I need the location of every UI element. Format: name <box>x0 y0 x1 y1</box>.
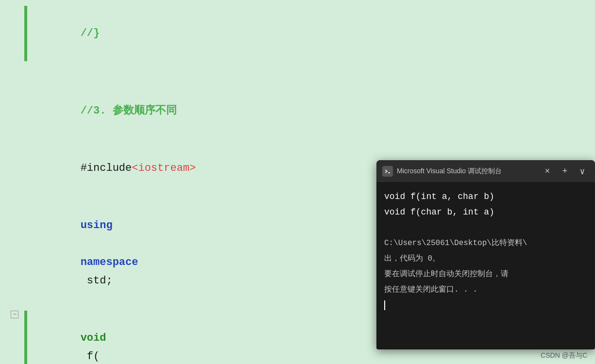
fold-btn-6[interactable]: − <box>11 311 18 318</box>
terminal-output-7: 按任意键关闭此窗口. . . <box>384 282 587 298</box>
preprocessor-hash: #include <box>81 162 132 174</box>
terminal-output-5: 出，代码为 0。 <box>384 251 587 266</box>
terminal-output-3 <box>384 220 587 235</box>
terminal-cursor-line <box>384 298 587 313</box>
terminal-icon <box>382 166 393 177</box>
attribution-text: CSDN @吾与C <box>541 351 587 360</box>
terminal-title: Microsoft Visual Studio 调试控制台 <box>397 167 537 176</box>
comment-brace: //} <box>81 27 100 39</box>
green-bar-6 <box>24 311 27 364</box>
code-line-2 <box>0 62 595 83</box>
terminal-add-button[interactable]: + <box>558 165 572 178</box>
terminal-output-6: 要在调试停止时自动关闭控制台，请 <box>384 266 587 282</box>
kw-namespace: namespace <box>81 256 138 268</box>
terminal-body: void f(int a, char b) void f(char b, int… <box>376 182 595 320</box>
gutter-6: − <box>0 311 24 318</box>
include-lib: <iostream> <box>132 162 196 174</box>
green-bar-1 <box>24 6 27 61</box>
kw-void-1: void <box>81 332 106 344</box>
line-content-3: //3. 参数顺序不同 <box>29 83 595 139</box>
terminal-titlebar: Microsoft Visual Studio 调试控制台 × + ∨ <box>376 160 595 182</box>
line-content-2 <box>29 63 595 82</box>
terminal-output-1: void f(int a, char b) <box>384 189 587 204</box>
comment-3: //3. 参数顺序不同 <box>81 105 177 117</box>
terminal-more-button[interactable]: ∨ <box>576 165 589 178</box>
terminal-output-4: C:\Users\25061\Desktop\比特资料\ <box>384 235 587 251</box>
line-content-1: //} <box>29 6 595 61</box>
space-1 <box>81 238 87 250</box>
code-line-1: //} <box>0 5 595 62</box>
kw-using: using <box>81 219 113 232</box>
std-name: std; <box>81 275 113 287</box>
terminal-cursor <box>384 300 385 310</box>
code-line-3: //3. 参数顺序不同 <box>0 83 595 140</box>
terminal-window: Microsoft Visual Studio 调试控制台 × + ∨ void… <box>376 160 595 349</box>
terminal-output-2: void f(char b, int a) <box>384 204 587 220</box>
terminal-close-button[interactable]: × <box>541 165 554 178</box>
sp-1: f( <box>81 350 100 363</box>
